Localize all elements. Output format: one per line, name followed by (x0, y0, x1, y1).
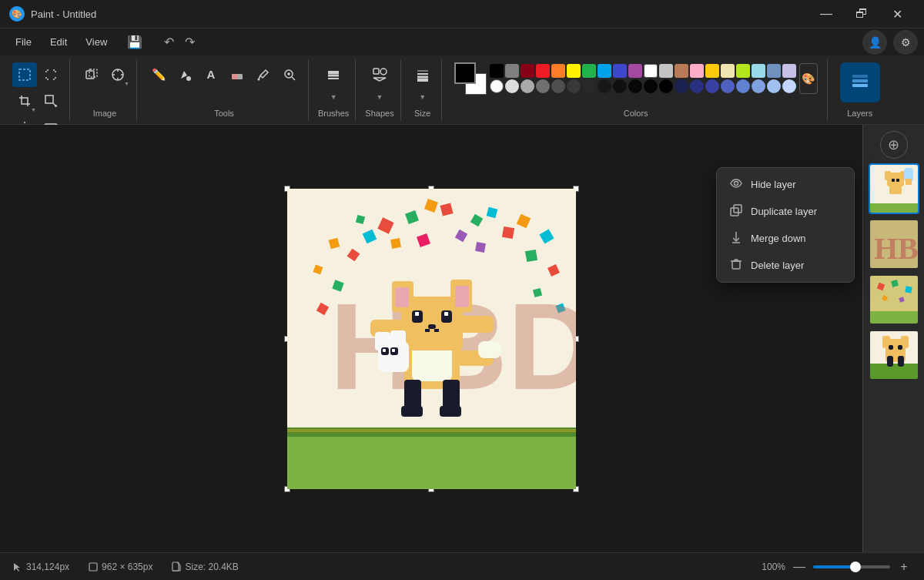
selection-crop-tool[interactable]: ▼ (12, 89, 37, 113)
color-swatch[interactable] (551, 64, 565, 78)
color-swatch[interactable] (505, 64, 519, 78)
color-swatch[interactable] (736, 64, 750, 78)
image-resize-tool[interactable] (79, 62, 104, 87)
color-swatch-circle[interactable] (659, 79, 673, 93)
svg-point-26 (380, 69, 387, 75)
size-picker-tool[interactable] (410, 62, 435, 87)
svg-rect-118 (898, 345, 902, 350)
color-swatch-circle[interactable] (521, 79, 534, 93)
color-swatch-circle[interactable] (736, 79, 750, 93)
selection-rect-tool[interactable] (12, 62, 37, 87)
svg-rect-81 (440, 406, 461, 417)
svg-point-13 (186, 76, 191, 81)
canvas-image[interactable]: HBD (287, 189, 576, 489)
brush-stroke-tool[interactable] (321, 62, 346, 87)
color-swatch-circle[interactable] (690, 79, 704, 93)
undo-button[interactable]: ↶ (159, 33, 179, 51)
color-swatch-circle[interactable] (675, 79, 688, 93)
color-swatch[interactable] (675, 64, 688, 78)
svg-rect-75 (428, 324, 436, 329)
minimize-button[interactable]: — (808, 0, 844, 28)
layers-panel-button[interactable] (840, 62, 880, 102)
color-swatch[interactable] (521, 64, 534, 78)
delete-layer-item[interactable]: Delete layer (717, 252, 854, 279)
text-tool[interactable]: A (199, 62, 223, 87)
color-swatch[interactable] (536, 64, 550, 78)
color-swatch-circle[interactable] (505, 79, 519, 93)
color-swatch[interactable] (582, 64, 596, 78)
color-swatch[interactable] (628, 64, 642, 78)
color-swatch[interactable] (752, 64, 765, 78)
svg-rect-33 (852, 79, 868, 82)
color-swatch-circle[interactable] (752, 79, 765, 93)
color-swatch-circle[interactable] (490, 79, 504, 93)
color-swatch[interactable] (659, 64, 673, 78)
add-layer-button[interactable]: ⊕ (880, 131, 908, 159)
canvas-area: HBD (0, 125, 924, 552)
color-swatch-circle[interactable] (628, 79, 642, 93)
svg-rect-15 (232, 74, 237, 79)
selection-group: ▼ ▼ (6, 59, 70, 121)
filesize-value: Size: 20.4KB (185, 562, 238, 572)
color-swatch-circle[interactable] (705, 79, 719, 93)
zoom-thumb[interactable] (850, 562, 861, 572)
menu-view[interactable]: View (76, 33, 116, 51)
duplicate-layer-item[interactable]: Duplicate layer (717, 198, 854, 225)
color-swatch-circle[interactable] (567, 79, 581, 93)
layer-item-2[interactable]: HBD (869, 219, 919, 270)
color-swatch-circle[interactable] (721, 79, 735, 93)
color-swatch[interactable] (690, 64, 704, 78)
redo-button[interactable]: ↷ (180, 33, 199, 51)
eyedropper-tool[interactable] (251, 62, 276, 87)
menu-edit[interactable]: Edit (41, 33, 76, 51)
save-button[interactable]: 💾 (122, 30, 147, 55)
foreground-color[interactable] (454, 62, 476, 84)
color-swatch-circle[interactable] (613, 79, 627, 93)
fill-tool[interactable] (172, 62, 197, 87)
drawing-tools: ✏️ A (146, 62, 302, 87)
color-swatch-circle[interactable] (598, 79, 611, 93)
zoom-slider[interactable] (813, 565, 890, 568)
hide-layer-item[interactable]: Hide layer (717, 171, 854, 198)
zoom-tool[interactable] (277, 62, 302, 87)
color-swatch[interactable] (613, 64, 627, 78)
color-swatch[interactable] (644, 64, 658, 78)
eraser-tool[interactable] (225, 62, 249, 87)
layer-item-1[interactable] (869, 163, 919, 214)
color-swatch-circle[interactable] (644, 79, 658, 93)
shapes-tool[interactable] (367, 62, 392, 87)
edit-colors-button[interactable]: 🎨 (799, 63, 818, 94)
color-selector[interactable] (454, 62, 487, 95)
settings-icon[interactable]: ⚙ (893, 30, 918, 55)
selection-free-tool[interactable] (38, 62, 63, 87)
color-swatch-circle[interactable] (582, 79, 596, 93)
color-swatch-circle[interactable] (767, 79, 781, 93)
zoom-out-button[interactable]: — (792, 559, 807, 575)
selection-resize-tool[interactable] (38, 89, 63, 113)
image-tools: ▼ (79, 62, 130, 87)
color-swatch[interactable] (767, 64, 781, 78)
merge-down-item[interactable]: Merge down (717, 225, 854, 252)
image-crop-tool[interactable]: ▼ (105, 62, 130, 87)
svg-rect-117 (889, 345, 893, 350)
color-swatch-circle[interactable] (536, 79, 550, 93)
brushes-group: ▼ Brushes (312, 59, 356, 121)
svg-rect-73 (415, 312, 419, 316)
profile-icon[interactable]: 👤 (862, 30, 887, 55)
color-swatch[interactable] (705, 64, 719, 78)
pencil-tool[interactable]: ✏️ (146, 62, 171, 87)
color-swatch-circle[interactable] (551, 79, 565, 93)
color-swatch[interactable] (598, 64, 611, 78)
zoom-in-button[interactable]: + (896, 559, 912, 575)
color-swatch[interactable] (721, 64, 735, 78)
layer-item-3[interactable] (869, 274, 919, 325)
color-swatch[interactable] (490, 64, 504, 78)
menu-file[interactable]: File (6, 33, 41, 51)
svg-line-19 (292, 77, 295, 80)
color-swatch[interactable] (782, 64, 796, 78)
color-swatch[interactable] (567, 64, 581, 78)
layer-item-4[interactable] (869, 330, 919, 381)
close-button[interactable]: ✕ (879, 0, 915, 28)
maximize-button[interactable]: 🗗 (844, 0, 879, 28)
color-swatch-circle[interactable] (782, 79, 796, 93)
